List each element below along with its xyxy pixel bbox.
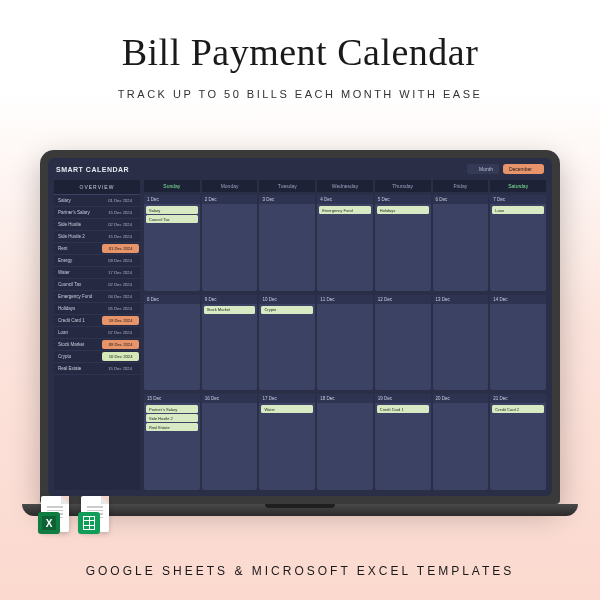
bill-chip[interactable]: Salary xyxy=(146,206,198,214)
day-cell[interactable]: 9 DecStock Market xyxy=(202,295,258,391)
bill-chip[interactable]: Credit Card 2 xyxy=(492,405,544,413)
bill-chip[interactable]: Partner's Salary xyxy=(146,405,198,413)
bill-date: 03 Dec 2024 xyxy=(100,255,140,266)
day-cell[interactable]: 14 Dec xyxy=(490,295,546,391)
day-number: 9 Dec xyxy=(202,295,258,304)
day-cell[interactable]: 19 DecCredit Card 1 xyxy=(375,394,431,490)
overview-sidebar: OVERVIEW Salary01 Dec 2024Partner's Sala… xyxy=(54,180,140,490)
sidebar-header: OVERVIEW xyxy=(54,180,140,195)
day-cell[interactable]: 7 DecLoan xyxy=(490,195,546,291)
bill-chip[interactable]: Water xyxy=(261,405,313,413)
bill-date: 15 Dec 2024 xyxy=(100,207,140,218)
sidebar-row[interactable]: Loan07 Dec 2024 xyxy=(54,327,140,339)
bill-name: Partner's Salary xyxy=(54,207,100,218)
day-cell[interactable]: 5 DecHolidays xyxy=(375,195,431,291)
bill-chip[interactable]: Stock Market xyxy=(204,306,256,314)
sheets-badge xyxy=(78,512,100,534)
day-number: 7 Dec xyxy=(490,195,546,204)
grid-glyph xyxy=(83,516,95,530)
sidebar-row[interactable]: Emergency Fund04 Dec 2024 xyxy=(54,291,140,303)
bill-date: 10 Dec 2024 xyxy=(102,352,139,361)
day-cell[interactable]: 6 Dec xyxy=(433,195,489,291)
day-body xyxy=(317,304,373,391)
day-cell[interactable]: 13 Dec xyxy=(433,295,489,391)
day-body: Partner's SalarySide Hustle 2Real Estate xyxy=(144,403,200,490)
sidebar-row[interactable]: Side Hustle 215 Dec 2024 xyxy=(54,231,140,243)
day-number: 16 Dec xyxy=(202,394,258,403)
day-body: Stock Market xyxy=(202,304,258,391)
sidebar-row[interactable]: Real Estate15 Dec 2024 xyxy=(54,363,140,375)
bill-name: Stock Market xyxy=(54,339,101,350)
day-number: 3 Dec xyxy=(259,195,315,204)
bill-chip[interactable]: Real Estate xyxy=(146,423,198,431)
day-header: Wednesday xyxy=(317,180,373,192)
bill-chip[interactable]: Crypto xyxy=(261,306,313,314)
bill-name: Credit Card 1 xyxy=(54,315,101,326)
sidebar-row[interactable]: Holidays05 Dec 2024 xyxy=(54,303,140,315)
app-bar: SMART CALENDAR Month December xyxy=(48,158,552,180)
app-icons: X xyxy=(38,496,112,536)
bill-date: 17 Dec 2024 xyxy=(100,267,140,278)
day-header: Thursday xyxy=(375,180,431,192)
sidebar-row[interactable]: Rent01 Dec 2024 xyxy=(54,243,140,255)
sheets-icon xyxy=(78,496,112,536)
day-body: Credit Card 2 xyxy=(490,403,546,490)
day-cell[interactable]: 20 Dec xyxy=(433,394,489,490)
day-number: 4 Dec xyxy=(317,195,373,204)
day-cell[interactable]: 8 Dec xyxy=(144,295,200,391)
day-cell[interactable]: 12 Dec xyxy=(375,295,431,391)
bill-date: 09 Dec 2024 xyxy=(102,340,139,349)
month-label: December xyxy=(509,166,532,172)
bill-chip[interactable]: Council Tax xyxy=(146,215,198,223)
bill-chip[interactable]: Credit Card 1 xyxy=(377,405,429,413)
day-body xyxy=(144,304,200,391)
bill-name: Loan xyxy=(54,327,100,338)
day-cell[interactable]: 10 DecCrypto xyxy=(259,295,315,391)
sidebar-row[interactable]: Salary01 Dec 2024 xyxy=(54,195,140,207)
day-header: Sunday xyxy=(144,180,200,192)
day-cell[interactable]: 16 Dec xyxy=(202,394,258,490)
sidebar-row[interactable]: Council Tax02 Dec 2024 xyxy=(54,279,140,291)
day-cell[interactable]: 3 Dec xyxy=(259,195,315,291)
sidebar-row[interactable]: Crypto10 Dec 2024 xyxy=(54,351,140,363)
bill-chip[interactable]: Side Hustle 2 xyxy=(146,414,198,422)
bill-name: Council Tax xyxy=(54,279,100,290)
calendar-week: 1 DecSalaryCouncil Tax2 Dec3 Dec4 DecEme… xyxy=(144,195,546,291)
bill-name: Holidays xyxy=(54,303,100,314)
bill-date: 15 Dec 2024 xyxy=(100,231,140,242)
sidebar-row[interactable]: Water17 Dec 2024 xyxy=(54,267,140,279)
day-cell[interactable]: 21 DecCredit Card 2 xyxy=(490,394,546,490)
bill-chip[interactable]: Loan xyxy=(492,206,544,214)
day-header: Friday xyxy=(433,180,489,192)
day-header: Saturday xyxy=(490,180,546,192)
day-cell[interactable]: 1 DecSalaryCouncil Tax xyxy=(144,195,200,291)
view-select[interactable]: Month xyxy=(467,164,499,174)
page-fold-icon xyxy=(61,496,69,504)
day-body xyxy=(433,403,489,490)
day-number: 5 Dec xyxy=(375,195,431,204)
bill-name: Emergency Fund xyxy=(54,291,100,302)
bill-chip[interactable]: Emergency Fund xyxy=(319,206,371,214)
sidebar-row[interactable]: Partner's Salary15 Dec 2024 xyxy=(54,207,140,219)
sidebar-row[interactable]: Stock Market09 Dec 2024 xyxy=(54,339,140,351)
day-cell[interactable]: 4 DecEmergency Fund xyxy=(317,195,373,291)
bill-name: Side Hustle 2 xyxy=(54,231,100,242)
day-number: 17 Dec xyxy=(259,394,315,403)
bill-chip[interactable]: Holidays xyxy=(377,206,429,214)
day-cell[interactable]: 11 Dec xyxy=(317,295,373,391)
day-cell[interactable]: 15 DecPartner's SalarySide Hustle 2Real … xyxy=(144,394,200,490)
day-cell[interactable]: 18 Dec xyxy=(317,394,373,490)
day-cell[interactable]: 17 DecWater xyxy=(259,394,315,490)
excel-icon: X xyxy=(38,496,72,536)
sidebar-row[interactable]: Energy03 Dec 2024 xyxy=(54,255,140,267)
bill-date: 01 Dec 2024 xyxy=(102,244,139,253)
day-header: Tuesday xyxy=(259,180,315,192)
month-select[interactable]: December xyxy=(503,164,544,174)
bill-name: Energy xyxy=(54,255,100,266)
day-cell[interactable]: 2 Dec xyxy=(202,195,258,291)
sidebar-row[interactable]: Credit Card 119 Dec 2024 xyxy=(54,315,140,327)
calendar-weeks: 1 DecSalaryCouncil Tax2 Dec3 Dec4 DecEme… xyxy=(144,195,546,490)
sidebar-row[interactable]: Side Hustle02 Dec 2024 xyxy=(54,219,140,231)
day-number: 14 Dec xyxy=(490,295,546,304)
calendar-header-row: SundayMondayTuesdayWednesdayThursdayFrid… xyxy=(144,180,546,192)
